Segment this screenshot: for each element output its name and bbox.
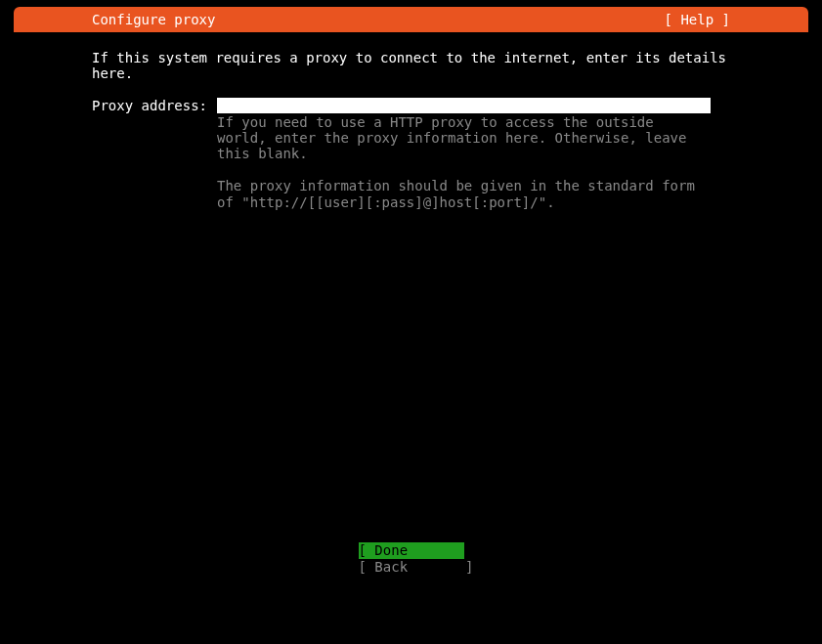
proxy-address-input[interactable] bbox=[217, 98, 711, 113]
done-button[interactable]: [ Done ] bbox=[359, 542, 464, 559]
back-button[interactable]: [ Back ] bbox=[359, 559, 464, 576]
page-title: Configure proxy bbox=[92, 12, 215, 27]
help-button[interactable]: [ Help ] bbox=[665, 12, 730, 27]
proxy-help-text-2: The proxy information should be given in… bbox=[217, 178, 711, 209]
proxy-address-label: Proxy address: bbox=[92, 98, 217, 113]
titlebar: Configure proxy [ Help ] bbox=[14, 7, 808, 32]
bottom-button-group: [ Done ] [ Back ] bbox=[359, 542, 464, 576]
description-text: If this system requires a proxy to conne… bbox=[92, 50, 730, 81]
proxy-help-text-1: If you need to use a HTTP proxy to acces… bbox=[217, 114, 711, 161]
content-area: If this system requires a proxy to conne… bbox=[14, 32, 808, 210]
proxy-form-row: Proxy address: If you need to use a HTTP… bbox=[92, 98, 730, 209]
